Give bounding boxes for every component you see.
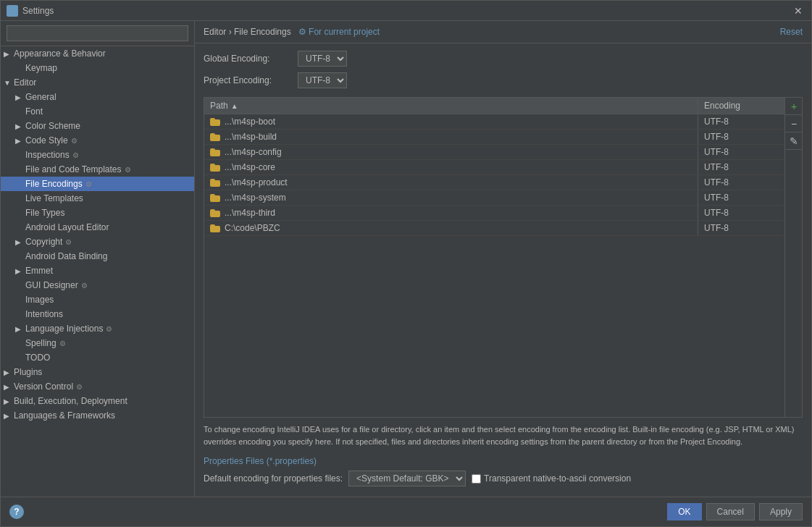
sidebar-item-plugins[interactable]: ▶Plugins xyxy=(1,365,194,379)
sidebar-item-label: Plugins xyxy=(14,367,42,377)
sidebar-item-label: Language Injections xyxy=(25,324,103,334)
dialog-body: ▶Appearance & Behavior Keymap▼Editor▶Gen… xyxy=(1,21,811,497)
panel-content: Global Encoding: UTF-8 Project Encoding:… xyxy=(195,43,811,497)
table-actions: + − ✎ xyxy=(784,98,802,417)
sidebar-item-file-types[interactable]: File Types xyxy=(1,206,194,220)
breadcrumb-text: Editor › File Encodings xyxy=(204,27,291,37)
arrow-icon: ▶ xyxy=(4,383,12,391)
sidebar-item-label: Android Layout Editor xyxy=(25,222,109,232)
window-title: Settings xyxy=(22,6,791,16)
sidebar-item-android-layout-editor[interactable]: Android Layout Editor xyxy=(1,220,194,235)
reset-button[interactable]: Reset xyxy=(780,27,803,37)
sidebar-item-live-templates[interactable]: Live Templates xyxy=(1,191,194,206)
arrow-icon: ▶ xyxy=(15,325,24,333)
sidebar-item-label: Copyright xyxy=(25,237,62,247)
arrow-icon: ▶ xyxy=(4,397,12,405)
path-text: ...\m4sp-build xyxy=(225,132,277,142)
table-row[interactable]: ...\m4sp-config UTF-8 xyxy=(204,145,784,160)
global-encoding-label: Global Encoding: xyxy=(204,54,298,64)
bottom-left: ? xyxy=(9,505,24,519)
table-row[interactable]: ...\m4sp-boot UTF-8 xyxy=(204,114,784,130)
app-icon xyxy=(7,5,18,17)
global-encoding-select[interactable]: UTF-8 xyxy=(298,51,347,67)
badge-icon: ⚙ xyxy=(76,383,83,391)
sidebar-item-images[interactable]: Images xyxy=(1,292,194,307)
table-row[interactable]: ...\m4sp-product UTF-8 xyxy=(204,175,784,190)
settings-window: Settings ✕ ▶Appearance & Behavior Keymap… xyxy=(0,0,812,527)
bottom-bar: ? OK Cancel Apply xyxy=(1,497,811,526)
col-encoding-header: Encoding xyxy=(698,98,784,114)
sidebar-item-label: File Encodings xyxy=(25,179,83,189)
sidebar-item-label: Images xyxy=(25,295,54,305)
sidebar-item-file-encodings[interactable]: File Encodings⚙ xyxy=(1,177,194,191)
transparent-checkbox-wrapper: Transparent native-to-ascii conversion xyxy=(472,473,631,484)
search-input[interactable] xyxy=(7,25,188,41)
cancel-button[interactable]: Cancel xyxy=(706,503,755,520)
apply-button[interactable]: Apply xyxy=(759,503,803,520)
sidebar-item-general[interactable]: ▶General xyxy=(1,90,194,104)
badge-icon: ⚙ xyxy=(85,180,92,188)
sidebar-item-inspections[interactable]: Inspections⚙ xyxy=(1,148,194,162)
sidebar-item-languages-frameworks[interactable]: ▶Languages & Frameworks xyxy=(1,408,194,423)
sidebar-item-emmet[interactable]: ▶Emmet xyxy=(1,264,194,278)
cell-path: ...\m4sp-third xyxy=(204,206,698,220)
sidebar-item-label: Languages & Frameworks xyxy=(14,410,115,421)
table-row[interactable]: C:\code\PBZC UTF-8 xyxy=(204,221,784,236)
transparent-checkbox[interactable] xyxy=(472,474,481,484)
sidebar-item-version-control[interactable]: ▶Version Control⚙ xyxy=(1,379,194,394)
table-row[interactable]: ...\m4sp-build UTF-8 xyxy=(204,130,784,145)
sidebar-item-label: Font xyxy=(25,106,43,117)
project-encoding-row: Project Encoding: UTF-8 xyxy=(204,72,803,88)
sidebar-item-editor[interactable]: ▼Editor xyxy=(1,75,194,90)
add-row-button[interactable]: + xyxy=(785,98,802,115)
encoding-table: Path ▲ Encoding ...\m4sp-boot UTF-8 ...\… xyxy=(204,97,803,418)
cell-path: ...\m4sp-build xyxy=(204,130,698,144)
arrow-icon: ▶ xyxy=(15,137,24,145)
path-text: ...\m4sp-third xyxy=(225,208,275,218)
arrow-icon: ▶ xyxy=(15,122,24,130)
sidebar-item-font[interactable]: Font xyxy=(1,104,194,119)
close-button[interactable]: ✕ xyxy=(791,4,805,18)
sidebar-item-spelling[interactable]: Spelling⚙ xyxy=(1,336,194,350)
help-button[interactable]: ? xyxy=(9,505,24,519)
cell-path: ...\m4sp-core xyxy=(204,160,698,174)
folder-icon xyxy=(210,194,220,202)
sidebar-item-build-execution[interactable]: ▶Build, Execution, Deployment xyxy=(1,394,194,408)
properties-row: Default encoding for properties files: <… xyxy=(204,471,803,486)
sidebar-item-todo[interactable]: TODO xyxy=(1,350,194,365)
transparent-label: Transparent native-to-ascii conversion xyxy=(484,473,631,484)
project-encoding-select[interactable]: UTF-8 xyxy=(298,72,347,88)
table-row[interactable]: ...\m4sp-system UTF-8 xyxy=(204,190,784,206)
arrow-icon: ▼ xyxy=(4,79,12,87)
badge-icon: ⚙ xyxy=(59,340,66,347)
sidebar-item-android-data-binding[interactable]: Android Data Binding xyxy=(1,249,194,264)
sidebar-item-appearance[interactable]: ▶Appearance & Behavior xyxy=(1,46,194,61)
folder-icon xyxy=(210,209,220,217)
table-row[interactable]: ...\m4sp-third UTF-8 xyxy=(204,206,784,221)
cell-path: ...\m4sp-boot xyxy=(204,114,698,129)
folder-icon xyxy=(210,118,220,126)
sidebar-item-intentions[interactable]: Intentions xyxy=(1,307,194,321)
properties-encoding-select[interactable]: <System Default: GBK> xyxy=(348,471,466,486)
sidebar-item-copyright[interactable]: ▶Copyright⚙ xyxy=(1,235,194,249)
sidebar-item-file-code-templates[interactable]: File and Code Templates⚙ xyxy=(1,162,194,177)
sidebar-item-color-scheme[interactable]: ▶Color Scheme xyxy=(1,119,194,133)
sidebar-item-keymap[interactable]: Keymap xyxy=(1,61,194,75)
sidebar-item-code-style[interactable]: ▶Code Style⚙ xyxy=(1,133,194,148)
sort-arrow: ▲ xyxy=(231,102,238,110)
sidebar-item-gui-designer[interactable]: GUI Designer⚙ xyxy=(1,278,194,292)
table-main: Path ▲ Encoding ...\m4sp-boot UTF-8 ...\… xyxy=(204,98,784,417)
sidebar-item-label: Keymap xyxy=(25,63,57,73)
sidebar-item-label: Color Scheme xyxy=(25,121,80,131)
sidebar-item-label: Intentions xyxy=(25,309,63,319)
sidebar-item-language-injections[interactable]: ▶Language Injections⚙ xyxy=(1,321,194,336)
ok-button[interactable]: OK xyxy=(667,503,701,520)
breadcrumb: Editor › File Encodings ⚙ For current pr… xyxy=(204,27,380,37)
remove-row-button[interactable]: − xyxy=(785,115,802,132)
edit-row-button[interactable]: ✎ xyxy=(785,132,802,150)
folder-icon xyxy=(210,179,220,187)
sidebar-item-label: File Types xyxy=(25,208,64,218)
table-row[interactable]: ...\m4sp-core UTF-8 xyxy=(204,160,784,175)
sidebar-item-label: Appearance & Behavior xyxy=(14,49,106,59)
info-text: To change encoding IntelliJ IDEA uses fo… xyxy=(204,418,803,450)
